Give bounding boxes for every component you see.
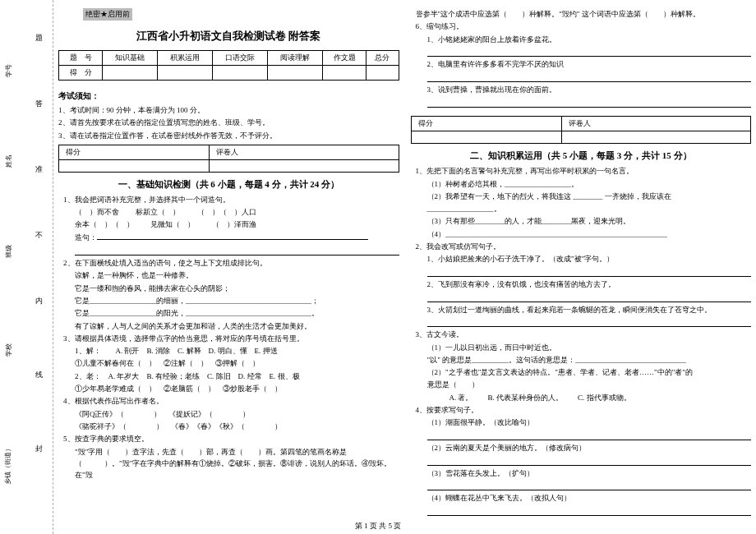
- section1-title: 一、基础知识检测（共 6 小题，每题 4 分，共计 24 分）: [58, 178, 399, 191]
- s2-q4-item: （2）云南的夏天是个美丽的地方。（修改病句）: [411, 442, 752, 454]
- s2-q1-item: （3）只有那些________的人，才能________黑夜，迎来光明。: [411, 215, 752, 228]
- q2-line: 它是__________________的阳光，________________…: [58, 307, 399, 320]
- margin-field-township: 乡镇（街道）: [3, 445, 12, 485]
- notice-item: 2、请首先按要求在试卷的指定位置填写您的姓名、班级、学号。: [58, 117, 399, 129]
- margin-field-school: 学校: [4, 343, 13, 357]
- answer-line[interactable]: [97, 232, 368, 240]
- s2-q2: 2、我会改写或仿写句子。: [411, 241, 752, 253]
- scorer-box-2: 得分 评卷人: [411, 116, 752, 144]
- q5: 5、按查字典的要求填空。: [58, 433, 399, 445]
- fold-label: 不: [35, 230, 43, 241]
- q1-word: （ ）（ ）人口: [197, 208, 256, 216]
- score-cell: [323, 66, 366, 81]
- answer-line[interactable]: [427, 98, 752, 107]
- page-footer: 第 1 页 共 5 页: [0, 521, 756, 532]
- q6-item: 1、小铭姥姥家的阳台上放着许多盆花。: [411, 34, 752, 46]
- q3: 3、请根据具体语境，选择带点字的恰当意思，将对应的序号填在括号里。: [58, 333, 399, 345]
- fold-label: 线: [35, 370, 43, 380]
- q2: 2、在下面横线处填入适当的语句，使之与上下文组成排比句。: [58, 257, 399, 269]
- score-h: 积累运用: [158, 51, 213, 66]
- q4: 4、根据代表作品写出作者名。: [58, 395, 399, 407]
- fold-label: 封: [35, 444, 43, 454]
- s2-q1-item: __________________。: [411, 203, 752, 215]
- binding-margin: 乡镇（街道） 学校 班级 姓名 学号 封 线 内 不 准 答 题: [0, 0, 53, 534]
- score-cell: [213, 66, 268, 81]
- answer-line[interactable]: [427, 268, 752, 277]
- s2-q2-item: 2、飞到那没有寒冷，没有饥饿，也没有痛苦的地方去了。: [411, 279, 752, 291]
- score-h: 知识基础: [103, 51, 158, 66]
- score-cell: [268, 66, 323, 81]
- s2-q3-item: 意思是（ ）: [411, 379, 752, 391]
- q1-word: （ ）泽而渔: [212, 220, 256, 228]
- notice-item: 1、考试时间：90 分钟，本卷满分为 100 分。: [58, 104, 399, 117]
- s2-q1-item: （2）我希望有一天，地下的烈火，将我连这 ________ 一齐烧掉，我应该在: [411, 191, 752, 203]
- section2-title: 二、知识积累运用（共 5 小题，每题 3 分，共计 15 分）: [411, 150, 752, 162]
- score-cell: 得 分: [59, 66, 103, 81]
- q3-line: 1、解： A. 剖开 B. 消除 C. 解释 D. 明白、懂 E. 押送: [58, 345, 399, 357]
- column-left: 绝密★启用前 江西省小升初语文自我检测试卷 附答案 题 号 知识基础 积累运用 …: [58, 8, 399, 518]
- answer-line[interactable]: [427, 73, 752, 82]
- scorer-label: 得分: [411, 117, 561, 131]
- q4-line: 《阿Q正传》（ ） 《捉妖记》（ ）: [58, 408, 399, 421]
- q1-word: 标新立（ ）: [136, 208, 180, 216]
- s2-q4-item: （4）蝴蝶在花丛中飞来飞去。（改拟人句）: [411, 492, 752, 504]
- answer-line[interactable]: [427, 507, 752, 516]
- answer-line[interactable]: [75, 246, 399, 255]
- page-content: 绝密★启用前 江西省小升初语文自我检测试卷 附答案 题 号 知识基础 积累运用 …: [53, 0, 756, 534]
- s2-q3-item: （1）一儿以日初出远，而日中时近也。: [411, 342, 752, 354]
- fold-label: 准: [35, 164, 43, 175]
- scorer-box: 得分 评卷人: [58, 145, 399, 173]
- margin-field-class: 班级: [4, 245, 13, 258]
- column-right: 誉参半"这个成语中应选第（ ）种解释。"毁约" 这个词语中应选第（ ）种解释。 …: [411, 8, 752, 518]
- q6-item: 3、说到曹操，曹操就出现在你的面前。: [411, 84, 752, 96]
- secret-label: 绝密★启用前: [83, 8, 132, 21]
- s2-q3-item: （2）"之乎者也"是文言文表达的特点。"患者、学者、记者、老者……"中的"者"的: [411, 366, 752, 379]
- fold-label: 内: [35, 296, 43, 306]
- score-h: 题 号: [59, 51, 103, 66]
- answer-line[interactable]: [427, 456, 752, 465]
- q4-line: 《骆驼祥子》（ ） 《春》《春》《秋》（ ）: [58, 421, 399, 433]
- score-table: 题 号 知识基础 积累运用 口语交际 阅读理解 作文题 总分 得 分: [58, 50, 399, 81]
- answer-line[interactable]: [427, 318, 752, 327]
- answer-line[interactable]: [427, 431, 752, 440]
- score-h: 口语交际: [213, 51, 268, 66]
- s2-q3-item: A. 著。 B. 代表某种身份的人。 C. 指代事或物。: [411, 392, 752, 404]
- q5-cont: 誉参半"这个成语中应选第（ ）种解释。"毁约" 这个词语中应选第（ ）种解释。: [411, 8, 752, 21]
- s2-q3: 3、古文今读。: [411, 329, 752, 341]
- s2-q2-item: 1、小姑娘把捡来的小石子洗干净了。（改成"被"字句。）: [411, 253, 752, 265]
- q2-line: 谅解，是一种胸怀，也是一种修养。: [58, 269, 399, 282]
- score-h: 总分: [366, 51, 399, 66]
- margin-field-name: 姓名: [4, 154, 13, 168]
- q1-word: 见微知（ ）: [150, 220, 195, 228]
- q1-make: 造句：: [75, 233, 97, 242]
- notice-heading: 考试须知：: [58, 90, 399, 102]
- s2-q4-item: （1）湖面很平静。（改比喻句）: [411, 417, 752, 429]
- q5-text: "毁"字用（ ）查字法，先查（ ）部，再查（ ）画。第四笔的笔画名称是（ ）。"…: [58, 446, 399, 481]
- s2-q1-item: （4）_____________________________________…: [411, 228, 752, 241]
- q3-sub: ①儿童不解春何在（ ） ②注解（ ） ③押解（ ）: [58, 357, 399, 370]
- q2-line: 有了谅解，人与人之间的关系才会更加和谐，人类的生活才会更加美好。: [58, 320, 399, 333]
- answer-line[interactable]: [427, 48, 752, 57]
- q1-word: 余本（ ）（ ）: [75, 220, 134, 228]
- s2-q1: 1、先把下面的名言警句补充完整，再写出你平时积累的一句名言。: [411, 165, 752, 177]
- score-cell: [103, 66, 158, 81]
- page-title: 江西省小升初语文自我检测试卷 附答案: [58, 29, 399, 44]
- q6-item: 2、电脑里有许许多多看不完学不厌的知识: [411, 58, 752, 71]
- fold-label: 答: [35, 99, 43, 109]
- q3-sub: ①少年易老学难成（ ） ②老脑筋（ ） ③炒股老手（ ）: [58, 383, 399, 395]
- margin-field-id: 学号: [4, 64, 13, 77]
- answer-line[interactable]: [427, 292, 752, 302]
- scorer-label: 得分: [59, 145, 210, 159]
- s2-q2-item: 3、火箭划过一道绚丽的曲线，看起来宛若一条蜿蜒的苍龙，瞬间便消失在了苍穹之中。: [411, 304, 752, 316]
- q1-word: （ ）而不舍: [75, 208, 119, 216]
- score-h: 作文题: [323, 51, 366, 66]
- q6: 6、缩句练习。: [411, 21, 752, 33]
- score-cell: [158, 66, 213, 81]
- score-cell: [366, 66, 399, 81]
- scorer-label: 评卷人: [561, 117, 750, 131]
- s2-q4-item: （3）雪花落在头发上。（扩句）: [411, 467, 752, 480]
- answer-line[interactable]: [427, 481, 752, 490]
- scorer-label: 评卷人: [210, 145, 399, 159]
- q2-line: 它是一缕和煦的春风，能拂去家在心头的阴影；: [58, 283, 399, 295]
- s2-q4: 4、按要求写句子。: [411, 404, 752, 417]
